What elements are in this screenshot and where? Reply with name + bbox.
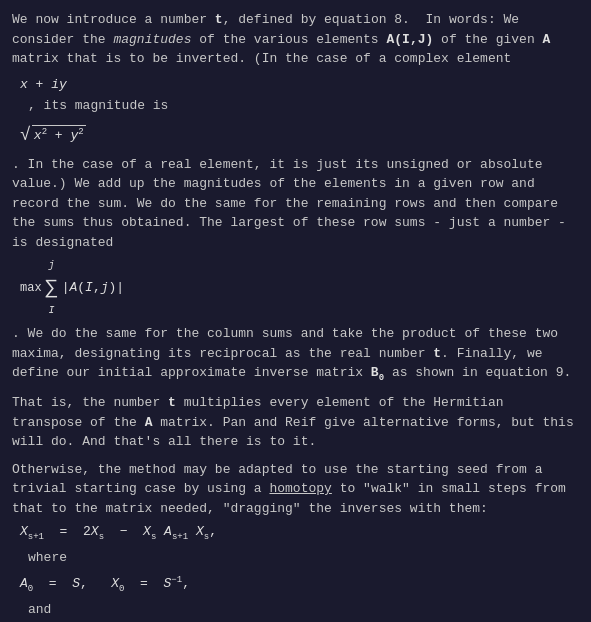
formula-homotopy-1: Xs+1 = 2Xs − Xs As+1 Xs, (20, 522, 579, 544)
max-label: max (20, 279, 42, 297)
formula-x-iy-text: x + iy (20, 75, 67, 95)
formula-max-sum: max j ∑ I | A(I,j) | (20, 258, 579, 318)
homotopy-formula-1: Xs+1 = 2Xs − Xs As+1 Xs, (20, 522, 217, 544)
AIJ-formula: A(I,j) (69, 278, 116, 298)
abs-close: | (116, 278, 124, 298)
t-bold-3: t (168, 395, 176, 410)
sqrt-symbol: √ (20, 122, 31, 149)
formula-x-iy: x + iy (20, 75, 579, 95)
paragraph-5: That is, the number t multiplies every e… (12, 393, 579, 452)
sum-lower: I (49, 303, 55, 318)
homotopy-link[interactable]: homotopy (269, 481, 331, 496)
paragraph-4: . We do the same for the column sums and… (12, 324, 579, 385)
magnitude-text: , its magnitude is (28, 96, 579, 116)
B0-subscript: 0 (379, 373, 384, 383)
paragraph-1: We now introduce a number t, defined by … (12, 10, 579, 69)
sum-upper: j (49, 258, 55, 273)
t-bold-2: t (433, 346, 441, 361)
sum-with-limits: j ∑ I (44, 258, 60, 318)
main-content: We now introduce a number t, defined by … (12, 10, 579, 622)
formula-sqrt: √ x2 + y2 (20, 122, 579, 149)
sqrt-content: x2 + y2 (32, 125, 86, 146)
where-label: where (28, 548, 579, 568)
A-bold-1: A (543, 32, 551, 47)
homotopy-formula-2: A0 = S, X0 = S−1, (20, 574, 190, 596)
sqrt-formula: √ x2 + y2 (20, 122, 86, 149)
B0-bold: B (371, 365, 379, 380)
paragraph-3: . In the case of a real element, it is j… (12, 155, 579, 253)
t-bold-1: t (215, 12, 223, 27)
AIJ-bold: A(I,J) (386, 32, 433, 47)
formula-homotopy-2: A0 = S, X0 = S−1, (20, 574, 579, 596)
and-label: and (28, 600, 579, 620)
paragraph-6: Otherwise, the method may be adapted to … (12, 460, 579, 519)
magnitudes-italic: magnitudes (113, 32, 191, 47)
A-bold-2: A (145, 415, 153, 430)
sum-symbol: ∑ (46, 273, 58, 303)
